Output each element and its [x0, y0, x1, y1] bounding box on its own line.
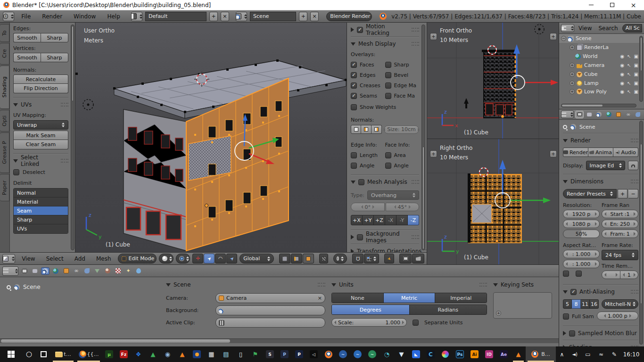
anti-aliasing-checkbox[interactable]: ✓ [570, 289, 577, 295]
keying-sets-panel-header[interactable]: Keying Sets [493, 280, 555, 289]
taskbar-designer[interactable]: ◣ [409, 346, 423, 362]
manipulator-translate-button[interactable]: ➤ [204, 254, 215, 263]
taskbar-vlc2[interactable]: ▲ [511, 346, 526, 362]
unwrap-menu[interactable]: Unwrap [13, 120, 68, 130]
faces-checkbox[interactable]: ✓ [351, 62, 357, 68]
select-restrict-icon[interactable]: ↖ [627, 72, 631, 77]
taskbar-app-p1[interactable]: P [277, 346, 292, 362]
snap-peel-button[interactable]: ➤ [384, 254, 394, 263]
panel-grip[interactable] [631, 180, 638, 183]
unit-scale-slider[interactable]: Scale:1.000 [331, 318, 407, 327]
taskbar-unity[interactable]: ◁ [306, 346, 321, 362]
clock[interactable]: 16:10 [621, 346, 642, 362]
pen-settings-icon[interactable]: ✎ [608, 346, 621, 362]
fps-menu[interactable]: 24 fps [602, 250, 638, 260]
render-presets-menu[interactable]: Render Presets [563, 189, 617, 198]
taskbar-illustrator[interactable]: Ai [467, 346, 482, 362]
tab-render-layers[interactable] [585, 111, 594, 118]
tab-create[interactable]: Cre [0, 43, 9, 65]
taskbar-flag-app[interactable]: ⚑ [248, 346, 263, 362]
taskbar-calculator[interactable]: ▦ [204, 346, 219, 362]
axis-plus-x[interactable]: +X [351, 215, 363, 225]
face-normals-toggle[interactable] [372, 125, 382, 134]
bottom-hscrollbar[interactable] [0, 338, 559, 343]
vertex-select-button[interactable] [279, 254, 290, 263]
edges-smooth-button[interactable]: Smooth [13, 33, 41, 42]
face-area-checkbox[interactable] [385, 152, 391, 158]
menu-window[interactable]: Window [69, 13, 100, 20]
close-button[interactable]: × [623, 0, 644, 10]
tab-object-data[interactable] [93, 267, 101, 275]
taskbar-steam[interactable]: ◉ [160, 346, 175, 362]
tab-modifiers[interactable] [634, 111, 642, 118]
aa-samples-8[interactable]: 8 [572, 299, 581, 309]
vertices-smooth-button[interactable]: Smooth [13, 53, 41, 62]
uvs-panel-header[interactable]: UVs [13, 100, 68, 109]
edges-checkbox[interactable]: ✓ [351, 72, 357, 78]
mode-menu[interactable]: Edit Mode [118, 254, 157, 263]
resolution-y-field[interactable]: 1080 p [563, 220, 600, 228]
render-panel-header[interactable]: Render [563, 136, 638, 145]
axis-plus-y[interactable]: +Y [363, 215, 374, 225]
hide-icon[interactable]: ◉ [620, 81, 624, 86]
tab-world[interactable] [51, 267, 60, 275]
mesh-analysis-panel-header[interactable]: Mesh Analysis [351, 177, 419, 187]
render-restrict-icon[interactable]: ▣ [634, 89, 638, 94]
tab-paper[interactable]: Paper [0, 174, 9, 201]
aa-samples-16[interactable]: 16 [590, 299, 599, 309]
mesh-menu[interactable]: Mesh [92, 255, 116, 262]
render-restrict-icon[interactable]: ▣ [634, 54, 638, 59]
motion-blur-panel-header[interactable]: Sampled Motion Blur [563, 329, 638, 338]
tab-modifiers[interactable] [83, 267, 91, 275]
resolution-x-field[interactable]: 1920 p [563, 210, 600, 218]
dimensions-panel-header[interactable]: Dimensions [563, 177, 638, 186]
aa-samples-11[interactable]: 11 [581, 299, 590, 309]
panel-grip[interactable] [412, 235, 419, 239]
time-remap-old-field[interactable] [602, 271, 620, 279]
delimit-sharp[interactable]: Sharp [14, 215, 68, 224]
panel-expand-button[interactable]: + [550, 150, 557, 157]
outliner-scrollbar[interactable] [639, 36, 643, 102]
tab-particles[interactable]: ✦ [124, 267, 132, 275]
hide-icon[interactable]: ◉ [620, 63, 624, 68]
loose-normals-toggle[interactable] [361, 125, 372, 134]
render-restrict-icon[interactable]: ▣ [634, 72, 638, 77]
taskbar-compass[interactable]: ◔ [380, 346, 394, 362]
hide-icon[interactable]: ◉ [620, 54, 624, 59]
camera-field[interactable]: Camera × [215, 293, 325, 303]
manipulator-toggle[interactable]: ✛ [192, 254, 203, 263]
audio-button[interactable]: ◄)Audio [613, 148, 638, 157]
normals-size-slider[interactable]: Size: 10cm [384, 125, 419, 134]
taskbar-folder[interactable]: t… [51, 346, 75, 362]
select-linked-panel-header[interactable]: Select Linked [13, 156, 68, 165]
add-scene-button[interactable]: + [299, 12, 307, 21]
taskbar-photoshop[interactable]: Ps [453, 346, 467, 362]
scene-field[interactable]: Scene [250, 12, 296, 21]
panel-expand-button[interactable]: + [430, 150, 437, 157]
motion-tracking-panel-header[interactable]: ✓ Motion Tracking [351, 25, 419, 34]
taskbar-firefox[interactable]: {{… [75, 346, 102, 362]
pin-icon[interactable] [7, 285, 11, 289]
separate-units-checkbox[interactable] [413, 320, 419, 326]
minimize-button[interactable] [580, 0, 602, 10]
edges-sharp-button[interactable]: Sharp [41, 33, 68, 42]
tab-material[interactable] [103, 267, 112, 275]
screen-layout-field[interactable]: Default [145, 12, 206, 21]
start-button[interactable] [0, 346, 22, 362]
properties-scrollbar[interactable] [639, 121, 643, 345]
scene-icon-button[interactable] [236, 12, 247, 21]
show-weights-checkbox[interactable] [351, 104, 357, 110]
transform-orientation-menu[interactable]: Global [239, 254, 274, 263]
angle-max-slider[interactable]: 45° [386, 203, 420, 211]
taskbar-notepad[interactable]: ▤ [219, 346, 233, 362]
motion-tracking-checkbox[interactable]: ✓ [357, 27, 363, 33]
units-degrees-button[interactable]: Degrees [332, 305, 409, 314]
add-layout-button[interactable]: + [209, 12, 218, 21]
render-restrict-icon[interactable]: ▣ [634, 81, 638, 86]
mark-seam-button[interactable]: Mark Seam [13, 131, 68, 140]
tab-render-layers[interactable] [31, 267, 39, 275]
bottom-editor-type-button[interactable] [2, 266, 18, 276]
panel-grip[interactable] [412, 180, 419, 184]
outliner-item-scene[interactable]: − Scene [559, 34, 644, 43]
panel-grip[interactable] [631, 290, 638, 294]
